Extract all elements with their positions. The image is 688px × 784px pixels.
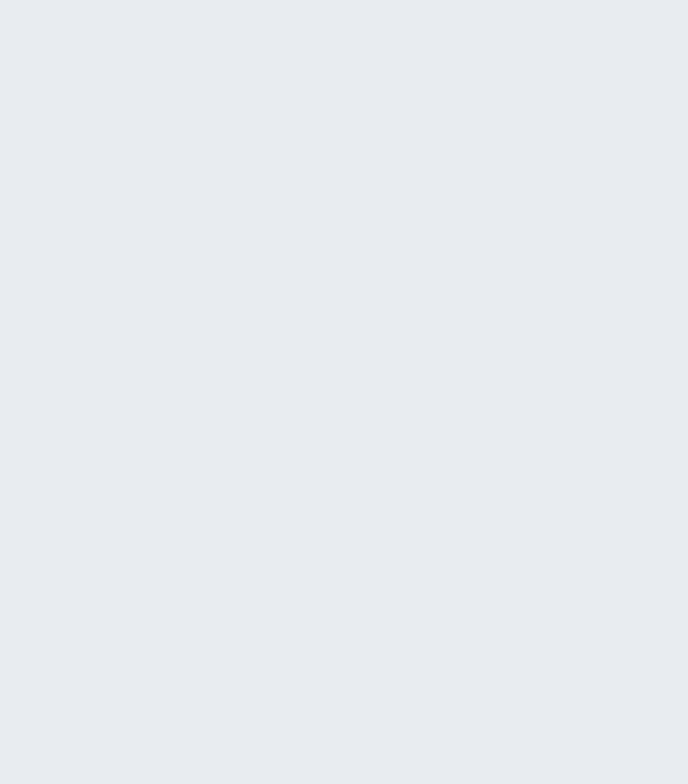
bracket-body: [7, 13, 681, 769]
bracket-content: [7, 13, 681, 769]
bracket-container: [0, 0, 688, 777]
